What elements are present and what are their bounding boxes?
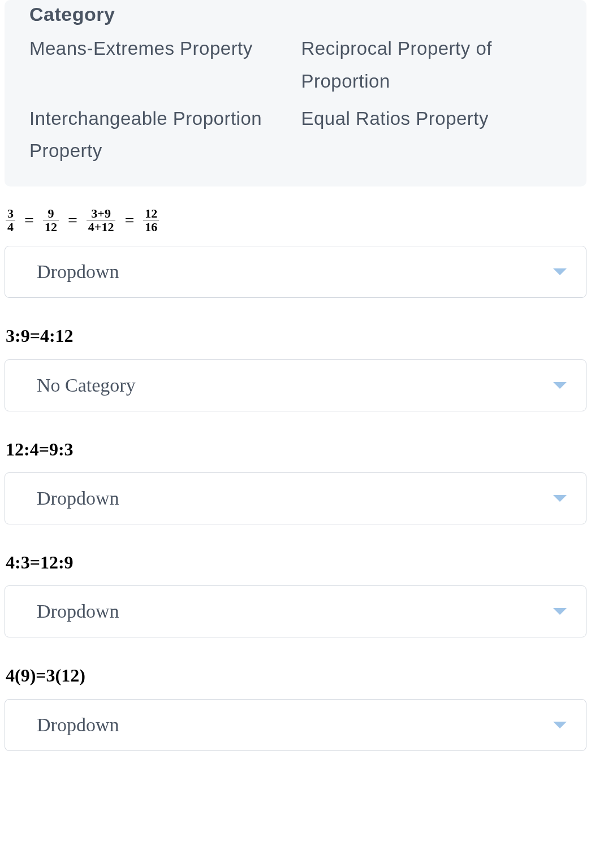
chevron-down-icon	[553, 722, 567, 728]
category-item[interactable]: Means-Extremes Property	[29, 32, 290, 98]
category-dropdown[interactable]: Dropdown	[5, 472, 586, 524]
expression-text: 12:4=9:3	[5, 439, 586, 460]
expression-text: 4(9)=3(12)	[5, 665, 586, 686]
fraction: 3 4	[6, 207, 15, 233]
expression-fraction-chain: 3 4 = 9 12 = 3+9 4+12 = 12 16	[5, 207, 586, 233]
expression-text: 4:3=12:9	[5, 552, 586, 573]
category-item[interactable]: Reciprocal Property of Proportion	[301, 32, 562, 98]
category-panel: Category Means-Extremes Property Recipro…	[5, 0, 586, 186]
dropdown-label: Dropdown	[37, 601, 119, 622]
dropdown-label: Dropdown	[37, 488, 119, 509]
category-dropdown[interactable]: No Category	[5, 359, 586, 411]
chevron-down-icon	[553, 495, 567, 502]
equals-sign: =	[67, 210, 79, 231]
question-block: 4:3=12:9 Dropdown	[5, 552, 586, 637]
dropdown-label: Dropdown	[37, 261, 119, 283]
fraction: 9 12	[43, 207, 59, 233]
dropdown-label: No Category	[37, 375, 136, 396]
dropdown-label: Dropdown	[37, 714, 119, 736]
category-header: Category	[29, 0, 562, 25]
question-block: 3:9=4:12 No Category	[5, 325, 586, 411]
fraction: 12 16	[143, 207, 159, 233]
category-item[interactable]: Equal Ratios Property	[301, 102, 562, 168]
category-dropdown[interactable]: Dropdown	[5, 699, 586, 751]
category-grid: Means-Extremes Property Reciprocal Prope…	[29, 32, 562, 167]
fraction: 3+9 4+12	[87, 207, 116, 233]
chevron-down-icon	[553, 268, 567, 275]
category-dropdown[interactable]: Dropdown	[5, 585, 586, 637]
question-block: 12:4=9:3 Dropdown	[5, 439, 586, 524]
chevron-down-icon	[553, 608, 567, 615]
expression-text: 3:9=4:12	[5, 325, 586, 346]
question-block: 4(9)=3(12) Dropdown	[5, 665, 586, 750]
category-dropdown[interactable]: Dropdown	[5, 246, 586, 298]
question-block: 3 4 = 9 12 = 3+9 4+12 = 12 16 Dropdown	[5, 207, 586, 298]
category-item[interactable]: Interchangeable Proportion Property	[29, 102, 290, 168]
chevron-down-icon	[553, 382, 567, 389]
equals-sign: =	[123, 210, 135, 231]
equals-sign: =	[23, 210, 35, 231]
